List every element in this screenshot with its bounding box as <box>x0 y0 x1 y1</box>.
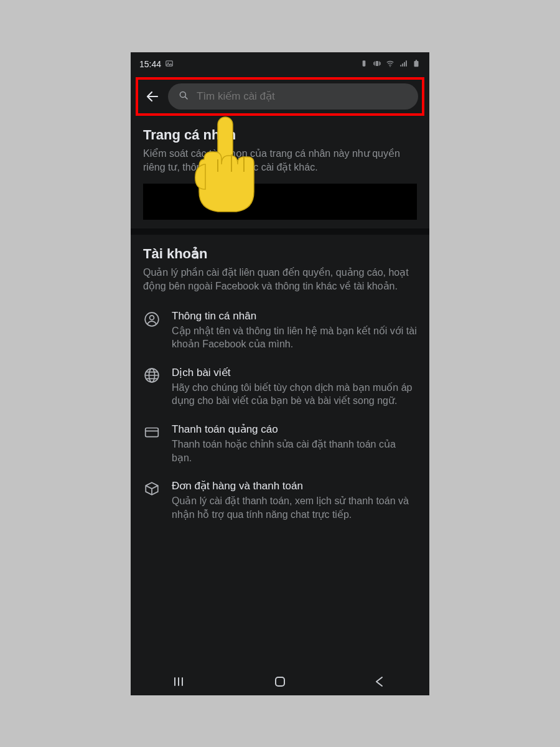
status-bar: 15:44 <box>131 52 429 73</box>
globe-icon <box>143 367 161 385</box>
search-bar[interactable] <box>168 83 418 110</box>
svg-point-9 <box>150 315 154 319</box>
status-battery-saver-icon <box>360 59 368 70</box>
item-title: Đơn đặt hàng và thanh toán <box>172 479 417 492</box>
phone-frame: 15:44 Trang cá nhân Kiểm soát c <box>131 52 429 695</box>
item-desc: Hãy cho chúng tôi biết tùy chọn dịch mà … <box>172 381 417 408</box>
android-nav-bar <box>131 668 429 695</box>
svg-rect-3 <box>376 60 378 65</box>
profile-card-redacted[interactable] <box>143 184 417 220</box>
svg-rect-12 <box>146 428 159 436</box>
section-account-title: Tài khoản <box>143 246 417 262</box>
item-translate[interactable]: Dịch bài viết Hãy cho chúng tôi biết tùy… <box>143 359 417 415</box>
item-desc: Quản lý cài đặt thanh toán, xem lịch sử … <box>172 494 417 521</box>
person-icon <box>143 311 161 329</box>
nav-back-button[interactable] <box>367 675 392 688</box>
svg-point-4 <box>390 65 391 67</box>
status-battery-icon <box>412 59 421 70</box>
item-personal-info[interactable]: Thông tin cá nhân Cập nhật tên và thông … <box>143 303 417 359</box>
search-header-highlight <box>136 77 424 116</box>
status-image-icon <box>165 59 174 70</box>
section-account: Tài khoản Quản lý phần cài đặt liên quan… <box>131 235 429 566</box>
nav-home-button[interactable] <box>268 675 292 688</box>
status-vibrate-icon <box>373 59 381 70</box>
card-icon <box>143 424 161 441</box>
nav-recent-button[interactable] <box>168 675 193 688</box>
item-ad-payments[interactable]: Thanh toán quảng cáo Thanh toán hoặc chỉ… <box>143 415 417 472</box>
item-title: Dịch bài viết <box>172 366 417 379</box>
status-time: 15:44 <box>139 59 161 69</box>
section-account-desc: Quản lý phần cài đặt liên quan đến quyền… <box>143 266 417 294</box>
svg-rect-0 <box>166 60 173 65</box>
item-title: Thông tin cá nhân <box>172 310 417 322</box>
status-signal-icon <box>399 59 408 70</box>
section-profile-desc: Kiểm soát các tùy chọn của trang cá nhân… <box>143 147 417 175</box>
search-icon <box>178 90 189 104</box>
box-icon <box>143 481 161 498</box>
item-desc: Cập nhật tên và thông tin liên hệ mà bạn… <box>172 324 417 351</box>
section-profile-title: Trang cá nhân <box>143 127 417 143</box>
svg-point-7 <box>180 92 185 97</box>
svg-rect-13 <box>276 677 284 686</box>
svg-rect-6 <box>416 60 417 61</box>
back-button[interactable] <box>142 86 163 107</box>
search-input[interactable] <box>195 90 408 103</box>
svg-rect-2 <box>363 60 366 66</box>
item-orders-payments[interactable]: Đơn đặt hàng và thanh toán Quản lý cài đ… <box>143 472 417 529</box>
svg-rect-5 <box>414 60 419 66</box>
section-profile: Trang cá nhân Kiểm soát các tùy chọn của… <box>131 116 429 235</box>
item-title: Thanh toán quảng cáo <box>172 423 417 436</box>
item-desc: Thanh toán hoặc chỉnh sửa cài đặt thanh … <box>172 438 417 464</box>
status-wifi-icon <box>386 59 394 70</box>
